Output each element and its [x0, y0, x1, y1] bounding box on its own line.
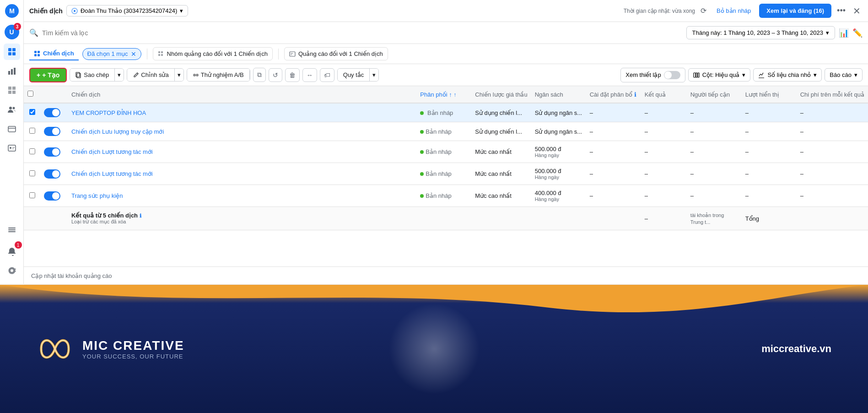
move-button[interactable]: ↔ [302, 68, 317, 82]
row-checkbox[interactable] [29, 128, 35, 134]
edit-icon[interactable]: ✏️ [852, 28, 863, 38]
selected-filter-label: Đã chọn 1 mục [87, 50, 128, 57]
summary-info-icon: ℹ [140, 213, 141, 218]
sidebar-item-billing[interactable] [4, 120, 20, 137]
select-all-checkbox[interactable] [27, 91, 33, 97]
info-icon: ℹ [634, 91, 636, 98]
ab-test-button[interactable]: Thử nghiệm A/B [187, 69, 250, 81]
sidebar-item-audience[interactable] [4, 101, 20, 118]
header-result: Kết quả [641, 86, 687, 103]
copy-button[interactable]: Sao chép [70, 69, 115, 81]
metrics-selector[interactable]: Số liệu chia nhỏ ▾ [753, 68, 822, 82]
selected-filter-chip[interactable]: Đã chọn 1 mục ✕ [82, 48, 141, 60]
campaign-link[interactable]: Chiến dịch Lượt tương tác mới [71, 170, 153, 177]
row-checkbox-cell[interactable] [24, 103, 40, 122]
svg-rect-23 [161, 51, 163, 53]
create-label: + Tạo [42, 71, 59, 79]
impressions-value: – [745, 128, 749, 135]
view-settings-selector[interactable]: Xem thiết lập [620, 68, 685, 82]
copy-dropdown-button[interactable]: ▾ [115, 69, 124, 81]
reset-button[interactable]: ↺ [269, 68, 282, 82]
sidebar-item-grid[interactable] [4, 82, 20, 98]
campaign-link[interactable]: Chiến dịch Lượt tương tác mới [71, 148, 153, 155]
svg-rect-28 [291, 54, 292, 55]
app-logo[interactable]: M [5, 4, 19, 18]
tag-button[interactable]: 🏷 [320, 68, 334, 82]
settings-value: – [590, 192, 593, 199]
sidebar-settings[interactable] [4, 262, 20, 279]
filter-divider [147, 49, 147, 60]
delete-button[interactable]: 🗑 [285, 68, 300, 82]
user-avatar[interactable]: U 3 [5, 25, 19, 39]
campaign-toggle[interactable] [44, 108, 60, 117]
header-campaign: Chiến dịch [68, 86, 416, 103]
cost-value: – [800, 128, 803, 135]
chevron-down-icon: ▾ [180, 7, 183, 14]
svg-rect-19 [38, 51, 40, 53]
campaign-link[interactable]: YEM CROPTOP ĐỈNH HOA [71, 109, 146, 116]
campaign-toggle[interactable] [44, 147, 60, 157]
duplicate-button[interactable]: ⧉ [253, 68, 266, 82]
close-button[interactable]: ✕ [851, 4, 863, 18]
ad-group-filter-btn[interactable]: Nhóm quảng cáo đối với 1 Chiến dịch [153, 47, 273, 60]
svg-rect-34 [696, 73, 697, 77]
create-button[interactable]: + + Tạo [29, 68, 67, 82]
columns-label: Cột: Hiệu quả [702, 71, 740, 78]
result-value: – [645, 128, 648, 135]
date-range-selector[interactable]: Tháng này: 1 Tháng 10, 2023 – 3 Tháng 10… [686, 26, 835, 39]
row-checkbox[interactable] [29, 170, 35, 176]
strategy-value: Sử dụng chiến l... [475, 128, 522, 135]
create-plus-icon: + [37, 71, 40, 79]
header-impressions: Lượt hiển thị [742, 86, 797, 103]
sidebar-item-campaigns[interactable] [4, 43, 20, 60]
summary-impressions: Tổng [745, 215, 759, 222]
sidebar: M U 3 1 [0, 0, 24, 284]
sidebar-item-chart[interactable] [4, 63, 20, 79]
strategy-value: Mức cao nhất [475, 192, 512, 199]
edit-button[interactable]: Chỉnh sửa [127, 69, 174, 81]
sidebar-item-menu[interactable] [4, 222, 20, 238]
cost-value: – [800, 192, 803, 199]
remove-filter-icon[interactable]: ✕ [131, 50, 136, 58]
rules-group: Quy tắc ▾ [337, 68, 379, 82]
settings-value: – [590, 128, 593, 135]
row-budget-cell: Sử dụng ngân s... [531, 103, 586, 122]
account-selector[interactable]: Đoàn Thu Thảo (303472354207424) ▾ [66, 5, 188, 16]
svg-point-10 [12, 107, 15, 109]
chart-toggle-icon[interactable]: 📊 [839, 28, 849, 38]
campaign-link[interactable]: Trang sức phụ kiện [71, 192, 123, 199]
campaign-toggle[interactable] [44, 169, 60, 179]
sidebar-item-identity[interactable] [4, 140, 20, 156]
footer-logo [37, 331, 73, 367]
row-distribution-cell: Bản nháp [416, 103, 471, 122]
campaign-link[interactable]: Chiến dịch Lưu lượng truy cập mới [71, 128, 164, 135]
result-value: – [645, 170, 648, 177]
row-checkbox[interactable] [29, 148, 35, 154]
svg-rect-5 [12, 52, 16, 55]
draft-button[interactable]: Bỏ bản nháp [712, 5, 755, 17]
budget-value: 400.000 đ Hàng ngày [535, 190, 582, 202]
row-checkbox[interactable] [29, 109, 35, 115]
footer-url: miccreative.vn [761, 343, 831, 355]
refresh-button[interactable]: ⟳ [699, 5, 708, 17]
ad-filter-btn[interactable]: Quảng cáo đối với 1 Chiến dịch [284, 47, 388, 60]
sidebar-notifications[interactable]: 1 [4, 243, 20, 260]
header-distribution[interactable]: Phân phối ↑ ↑ [416, 86, 471, 103]
view-label: Xem thiết lập [625, 71, 661, 78]
footer-tagline: YOUR SUCCESS, OUR FUTURE [82, 353, 184, 360]
review-button[interactable]: Xem lại và đăng (16) [759, 4, 831, 18]
columns-selector[interactable]: Cột: Hiệu quả ▾ [688, 68, 751, 82]
rules-dropdown-button[interactable]: ▾ [370, 69, 378, 81]
more-button[interactable]: ••• [835, 4, 847, 17]
row-checkbox[interactable] [29, 192, 35, 198]
campaign-toggle[interactable] [44, 127, 60, 136]
edit-dropdown-button[interactable]: ▾ [175, 69, 183, 81]
svg-rect-20 [34, 54, 37, 56]
search-input[interactable] [42, 29, 683, 37]
rules-button[interactable]: Quy tắc [338, 69, 370, 81]
campaign-toggle[interactable] [44, 191, 60, 201]
update-time: Thời gian cập nhật: vừa xong [624, 8, 695, 14]
row-toggle-cell[interactable] [40, 103, 68, 122]
campaign-filter-tab[interactable]: Chiến dịch [29, 47, 79, 60]
report-button[interactable]: Báo cáo ▾ [825, 68, 863, 82]
